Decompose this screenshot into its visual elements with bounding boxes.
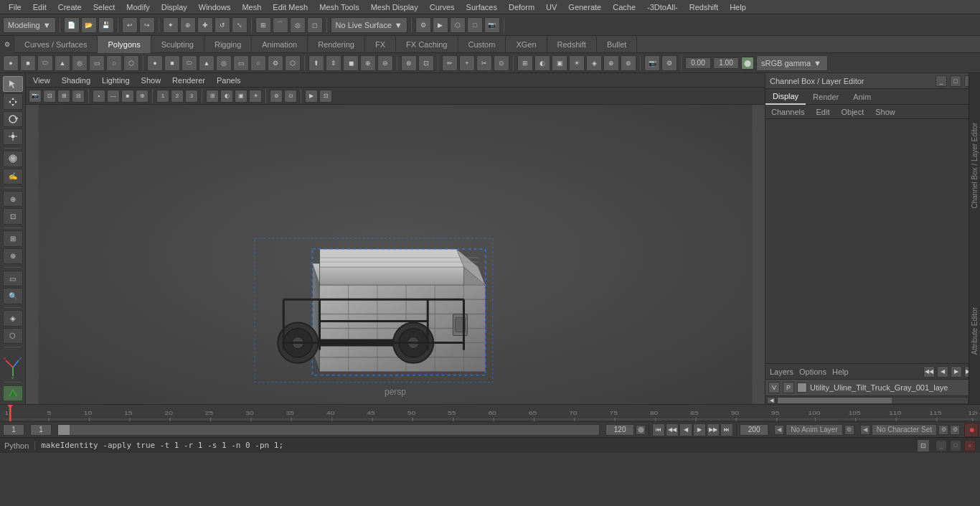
tab-fx-caching[interactable]: FX Caching: [396, 36, 458, 53]
poly-cone-btn[interactable]: ▲: [199, 55, 215, 71]
lasso-tool[interactable]: ⊡: [3, 208, 23, 224]
smooth-btn[interactable]: ⊛: [401, 55, 417, 71]
tab-sculpting[interactable]: Sculpting: [151, 36, 204, 53]
pencil-tool-btn[interactable]: ✏: [442, 55, 458, 71]
layer-color-swatch[interactable]: [797, 383, 807, 393]
workspace-dropdown[interactable]: Modeling ▼: [3, 17, 56, 33]
poly-disc-btn[interactable]: ○: [250, 55, 266, 71]
bottom-expand[interactable]: □: [950, 440, 961, 451]
combine-btn[interactable]: ⊕: [360, 55, 376, 71]
fill-hole-btn[interactable]: ◼: [343, 55, 359, 71]
poly-torus-btn[interactable]: ◎: [216, 55, 232, 71]
new-file-btn[interactable]: 📄: [64, 17, 80, 33]
bridge-btn[interactable]: ⇕: [326, 55, 341, 71]
show-manip-tool[interactable]: ⊕: [3, 191, 23, 207]
redo-btn[interactable]: ↪: [139, 17, 155, 33]
anim-slider[interactable]: [57, 424, 600, 436]
vp-fit-btn[interactable]: ⊡: [43, 90, 56, 103]
extrude-btn[interactable]: ⬆: [308, 55, 324, 71]
snap-point-btn[interactable]: ◎: [290, 17, 306, 33]
go-to-start-btn[interactable]: ⏮: [652, 423, 665, 436]
vp-playblast-btn[interactable]: ▶: [305, 90, 318, 103]
vp-sel-mode-edge[interactable]: —: [107, 90, 120, 103]
menu-select[interactable]: Select: [88, 1, 121, 13]
move-tool-btn[interactable]: ✚: [197, 17, 213, 33]
anim-layer-settings[interactable]: ⚙: [844, 425, 854, 435]
start-frame-input[interactable]: [3, 424, 24, 436]
char-set-label[interactable]: No Character Set: [872, 424, 937, 436]
menu-deform[interactable]: Deform: [503, 1, 540, 13]
bottom-minimize[interactable]: _: [936, 440, 947, 451]
xray-btn[interactable]: ◈: [586, 55, 602, 71]
undo-btn[interactable]: ↩: [122, 17, 138, 33]
vp-sel-mode-vert[interactable]: •: [93, 90, 105, 103]
poly-pipe-btn[interactable]: ⬡: [285, 55, 301, 71]
viewport-canvas[interactable]: persp: [26, 105, 765, 404]
soft-select-tool[interactable]: [3, 151, 23, 167]
tab-rendering[interactable]: Rendering: [308, 36, 365, 53]
menu-cache[interactable]: Cache: [607, 1, 641, 13]
target-weld-btn[interactable]: ⊙: [494, 55, 509, 71]
menu-modify[interactable]: Modify: [121, 1, 155, 13]
shaded-btn[interactable]: ◐: [534, 55, 550, 71]
lighting-btn[interactable]: ☀: [569, 55, 585, 71]
vp-texture-btn[interactable]: ▣: [235, 90, 248, 103]
snap-grid-btn[interactable]: ⊞: [255, 17, 271, 33]
tab-polygons[interactable]: Polygons: [98, 36, 151, 53]
insert-edge-btn[interactable]: +: [459, 55, 475, 71]
menu-generate[interactable]: Generate: [562, 1, 607, 13]
select-tool-btn[interactable]: ✦: [163, 17, 179, 33]
torus-btn[interactable]: ◎: [72, 55, 88, 71]
step-fwd-btn[interactable]: ▶▶: [707, 423, 720, 436]
ipr-btn[interactable]: ⬡: [450, 17, 466, 33]
attr-btn[interactable]: ⚙: [661, 55, 677, 71]
transform-tool-btn[interactable]: ⊕: [180, 17, 196, 33]
char-set-settings[interactable]: ⚙: [938, 425, 948, 435]
vp-sel-mode-uvs[interactable]: ⊕: [136, 90, 149, 103]
python-copy-btn[interactable]: ⊡: [917, 439, 930, 452]
anim-layer-icon[interactable]: ◀: [774, 425, 784, 435]
viewport-menu-lighting[interactable]: Lighting: [99, 75, 133, 85]
vp-quality-2[interactable]: 2: [171, 90, 184, 103]
vp-shaded-btn[interactable]: ◐: [220, 90, 233, 103]
render-view-btn[interactable]: □: [467, 17, 483, 33]
resolution-btn[interactable]: ⊕: [603, 55, 619, 71]
anim-end-input[interactable]: [606, 424, 634, 436]
layer-add-btn[interactable]: ◀◀: [923, 366, 935, 378]
subdiv-btn[interactable]: ⊡: [418, 55, 434, 71]
menu-3dtall[interactable]: -3DtoAll-: [641, 1, 684, 13]
textured-btn[interactable]: ▣: [552, 55, 567, 71]
aa-btn[interactable]: ⊚: [621, 55, 636, 71]
tab-custom[interactable]: Custom: [458, 36, 507, 53]
viewport-menu-show[interactable]: Show: [138, 75, 164, 85]
sphere-btn[interactable]: ●: [3, 55, 19, 71]
menu-redshift[interactable]: Redshift: [684, 1, 724, 13]
exposure-input[interactable]: [713, 57, 739, 69]
vp-resolution-btn[interactable]: ⊙: [284, 90, 297, 103]
menu-windows[interactable]: Windows: [193, 1, 237, 13]
tab-curves-surfaces[interactable]: Curves / Surfaces: [14, 36, 98, 53]
tab-xgen[interactable]: XGen: [506, 36, 547, 53]
separate-btn[interactable]: ⊖: [377, 55, 393, 71]
play-back-btn[interactable]: ◀: [679, 423, 692, 436]
renderer-btn[interactable]: ⬡: [3, 328, 23, 344]
paint-sel-tool[interactable]: ✍: [3, 169, 23, 184]
cylinder-btn[interactable]: ⬭: [37, 55, 53, 71]
viewport-menu-shading[interactable]: Shading: [59, 75, 93, 85]
poly-cyl-btn[interactable]: ⬭: [182, 55, 197, 71]
layer-nav-fwd-btn[interactable]: ▶: [951, 366, 962, 378]
scale-tool[interactable]: [3, 128, 23, 144]
cam-btn[interactable]: 📷: [484, 17, 500, 33]
tab-bullet[interactable]: Bullet: [597, 36, 638, 53]
timeline-ruler[interactable]: 1 5 10 15 20 25 30 35 40 45 50: [3, 405, 977, 421]
layers-help[interactable]: Help: [832, 367, 849, 376]
char-set-icon[interactable]: ◀: [860, 425, 870, 435]
layers-options[interactable]: Options: [799, 367, 826, 376]
vp-quality-1[interactable]: 1: [156, 90, 169, 103]
layer-scroll-left[interactable]: ◀: [767, 397, 776, 404]
side-tab-attr-editor[interactable]: Attribute Editor: [969, 304, 980, 357]
vp-sel-mode-face[interactable]: ■: [121, 90, 134, 103]
cb-tab-render[interactable]: Render: [806, 89, 846, 105]
anim-end-lock[interactable]: ⬤: [636, 425, 646, 435]
cb-tab-display[interactable]: Display: [765, 89, 806, 105]
